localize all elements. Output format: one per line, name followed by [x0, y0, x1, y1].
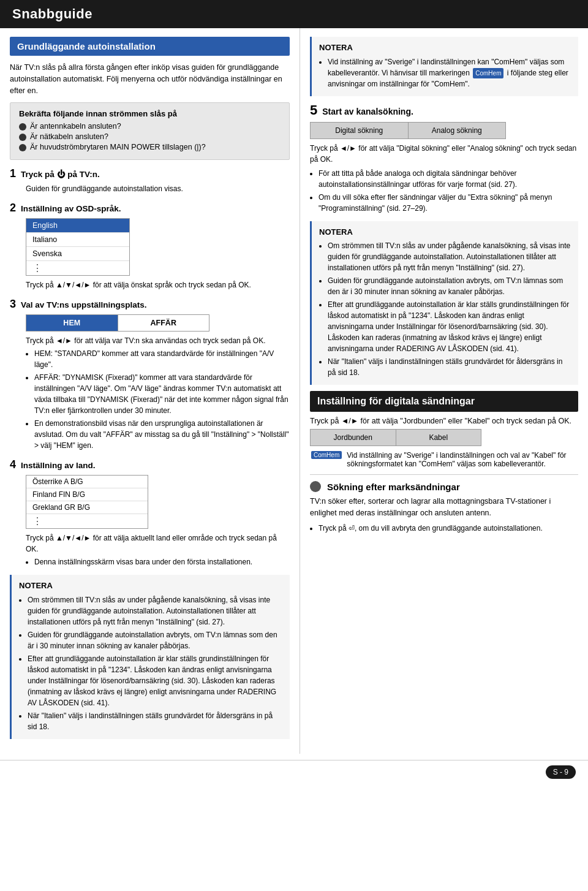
list-item: Är nätkabeln ansluten?	[19, 132, 281, 141]
step-4-bullets: Denna inställningsskärm visas bara under…	[26, 556, 290, 567]
step-3-num: 3	[10, 298, 16, 311]
menu-item-italiano[interactable]: Italiano	[26, 233, 129, 247]
btn-jordbunden[interactable]: Jordbunden	[311, 430, 396, 446]
sokning-section: Sökning efter marksändningar TV:n söker …	[310, 481, 578, 534]
btn-digital-sokning[interactable]: Digital sökning	[311, 123, 409, 138]
step-5-num: 5	[310, 102, 317, 118]
menu-dots: ⋮	[26, 261, 129, 275]
step-3-header: 3 Val av TV:ns uppställningsplats.	[10, 298, 290, 311]
notera-right-top-list: Vid inställning av "Sverige" i landinstä…	[319, 56, 571, 89]
bullet-icon	[19, 144, 26, 151]
step-4-instruction: Tryck på ▲/▼/◄/► för att välja aktuellt …	[26, 533, 290, 555]
left-section-title: Grundläggande autoinstallation	[10, 37, 290, 56]
dig-analog-buttons: Digital sökning Analog sökning	[310, 122, 506, 139]
grey-box-list: Är antennkabeln ansluten? Är nätkabeln a…	[19, 122, 281, 151]
list-item: Om du vill söka efter fler sändningar vä…	[318, 192, 578, 214]
step-1-num: 1	[10, 167, 16, 180]
step-2-num: 2	[10, 202, 16, 214]
intro-text: När TV:n slås på allra första gången eft…	[10, 62, 290, 96]
grey-box-item-3: Är huvudströmbrytaren MAIN POWER tillsla…	[30, 143, 206, 151]
land-item-greece[interactable]: Grekland GR B/G	[26, 501, 148, 514]
digital-section-instruction: Tryck på ◄/► för att välja "Jordbunden" …	[310, 417, 578, 425]
step-2-body: Tryck på ▲/▼/◄/► för att välja önskat sp…	[26, 279, 290, 290]
main-layout: Grundläggande autoinstallation När TV:n …	[0, 28, 588, 754]
step-4: 4 Inställning av land. Österrike A B/G F…	[10, 458, 290, 567]
notera-right-2-title: NOTERA	[319, 226, 571, 238]
list-item: AFFÄR: "DYNAMISK (Fixerad)" kommer att v…	[34, 372, 290, 416]
step-1: 1 Tryck på ⏻ på TV:n. Guiden för grundlä…	[10, 167, 290, 194]
placement-buttons: HEM AFFÄR	[26, 314, 209, 332]
sokning-body: TV:n söker efter, sorterar och lagrar al…	[310, 496, 578, 519]
list-item: En demonstrationsbild visas när den ursp…	[34, 418, 290, 451]
sokning-bullet-icon	[310, 481, 321, 492]
step-4-body: Tryck på ▲/▼/◄/► för att välja aktuellt …	[26, 533, 290, 567]
step-4-num: 4	[10, 458, 16, 471]
list-item: Efter att grundläggande autoinstallation…	[28, 653, 282, 708]
step-1-body: Guiden för grundläggande autoinstallatio…	[26, 183, 290, 194]
step-5-title: Start av kanalsökning.	[322, 107, 413, 116]
page-footer: S - 9	[0, 760, 588, 784]
divider	[310, 474, 578, 475]
list-item: Vid inställning av "Sverige" i landinstä…	[328, 56, 571, 89]
list-item: HEM: "STANDARD" kommer att vara standard…	[34, 348, 290, 370]
step-4-title: Inställning av land.	[21, 461, 96, 470]
jord-kabel-buttons: Jordbunden Kabel	[310, 429, 481, 446]
step-5-bullets: För att titta på både analoga och digita…	[310, 168, 578, 214]
list-item: När "Italien" väljs i landinställningen …	[328, 356, 571, 378]
land-item-finland[interactable]: Finland FIN B/G	[26, 488, 148, 501]
list-item: Denna inställningsskärm visas bara under…	[34, 556, 290, 567]
list-item: Om strömmen till TV:n slås av under pågå…	[328, 240, 571, 273]
sokning-bullets: Tryck på ⏎, om du vill avbryta den grund…	[310, 523, 578, 534]
comhem-badge-2: ComHem	[311, 451, 342, 459]
step-1-title: Tryck på ⏻ på TV:n.	[21, 170, 100, 179]
btn-affar[interactable]: AFFÄR	[118, 315, 209, 331]
notera-right-2: NOTERA Om strömmen till TV:n slås av und…	[310, 221, 578, 385]
land-menu: Österrike A B/G Finland FIN B/G Grekland…	[26, 475, 148, 529]
list-item: Tryck på ⏎, om du vill avbryta den grund…	[318, 523, 578, 534]
step-5-instruction: Tryck på ◄/► för att välja "Digital sökn…	[310, 143, 578, 165]
step-1-header: 1 Tryck på ⏻ på TV:n.	[10, 167, 290, 180]
list-item: Om strömmen till TV:n slås av under pågå…	[28, 594, 282, 627]
page-header: Snabbguide	[0, 0, 588, 28]
menu-item-svenska[interactable]: Svenska	[26, 247, 129, 261]
step-2-instruction: Tryck på ▲/▼/◄/► för att välja önskat sp…	[26, 279, 290, 290]
step-5: 5 Start av kanalsökning. Digital sökning…	[310, 102, 578, 214]
list-item: Guiden för grundläggande autoinstallatio…	[328, 275, 571, 297]
grey-box: Bekräfta följande innan strömmen slås på…	[10, 102, 290, 160]
btn-hem[interactable]: HEM	[26, 315, 118, 331]
land-dots: ⋮	[26, 514, 148, 528]
step-1-text: Guiden för grundläggande autoinstallatio…	[26, 183, 290, 194]
step-3-bullets: HEM: "STANDARD" kommer att vara standard…	[26, 348, 290, 451]
step-3: 3 Val av TV:ns uppställningsplats. HEM A…	[10, 298, 290, 451]
step-3-instruction: Tryck på ◄/► för att välja var TV:n ska …	[26, 335, 290, 346]
land-item-austria[interactable]: Österrike A B/G	[26, 476, 148, 488]
notera-right-top-title: NOTERA	[319, 42, 571, 54]
notera-right-2-list: Om strömmen till TV:n slås av under pågå…	[319, 240, 571, 378]
notera-left-title: NOTERA	[19, 580, 282, 592]
list-item: Är antennkabeln ansluten?	[19, 122, 281, 131]
list-item: Är huvudströmbrytaren MAIN POWER tillsla…	[19, 143, 281, 151]
comhem-badge: ComHem	[473, 68, 503, 78]
btn-analog-sokning[interactable]: Analog sökning	[409, 123, 506, 138]
page-number: S - 9	[546, 765, 576, 779]
step-5-body: Tryck på ◄/► för att välja "Digital sökn…	[310, 143, 578, 214]
step-4-header: 4 Inställning av land.	[10, 458, 290, 471]
step-2-title: Inställning av OSD-språk.	[21, 204, 121, 213]
language-menu: English Italiano Svenska ⋮	[26, 218, 130, 276]
list-item: Guiden för grundläggande autoinstallatio…	[28, 629, 282, 651]
btn-kabel[interactable]: Kabel	[396, 430, 481, 446]
list-item: För att titta på både analoga och digita…	[318, 168, 578, 190]
menu-item-english[interactable]: English	[26, 219, 129, 233]
step-2-header: 2 Inställning av OSD-språk.	[10, 202, 290, 214]
comhem-text: Vid inställning av "Sverige" i landinstä…	[347, 451, 578, 468]
grey-box-title: Bekräfta följande innan strömmen slås på	[19, 109, 281, 118]
digital-section-title: Inställning för digitala sändningar	[310, 391, 578, 412]
step-5-header: 5 Start av kanalsökning.	[310, 102, 578, 118]
sokning-header: Sökning efter marksändningar	[310, 481, 578, 492]
step-2: 2 Inställning av OSD-språk. English Ital…	[10, 202, 290, 290]
notera-left: NOTERA Om strömmen till TV:n slås av und…	[10, 575, 290, 739]
step-3-title: Val av TV:ns uppställningsplats.	[21, 300, 147, 309]
grey-box-item-2: Är nätkabeln ansluten?	[30, 132, 108, 141]
notera-left-list: Om strömmen till TV:n slås av under pågå…	[19, 594, 282, 732]
comhem-note: ComHem Vid inställning av "Sverige" i la…	[310, 451, 578, 468]
